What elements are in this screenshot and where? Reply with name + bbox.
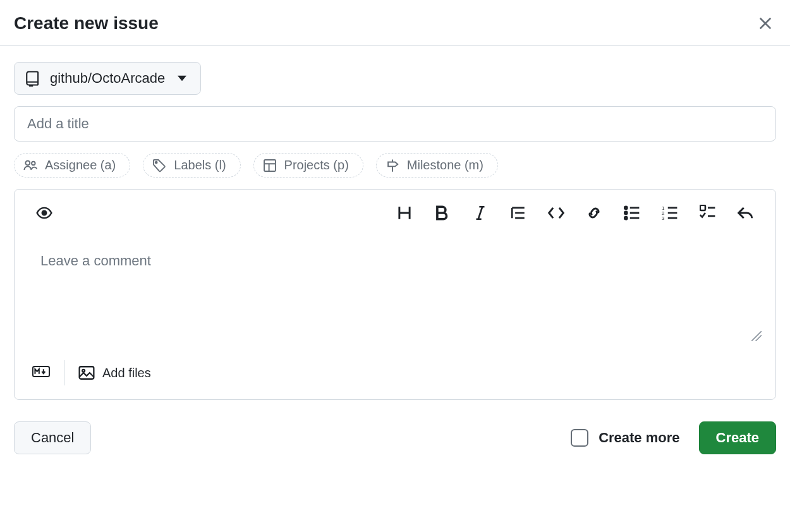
dialog-content: github/OctoArcade Assignee (a) Labels (l… bbox=[0, 46, 790, 468]
people-icon bbox=[23, 159, 37, 172]
task-list-button[interactable] bbox=[696, 201, 720, 225]
bold-icon bbox=[434, 205, 451, 221]
quote-button[interactable] bbox=[506, 201, 530, 225]
dialog-footer: Cancel Create more Create bbox=[14, 421, 776, 454]
bold-button[interactable] bbox=[430, 201, 454, 225]
editor-footer: Add files bbox=[15, 348, 775, 399]
resize-handle[interactable] bbox=[751, 331, 762, 344]
create-button[interactable]: Create bbox=[699, 421, 776, 454]
quote-icon bbox=[510, 205, 526, 221]
add-files-button[interactable]: Add files bbox=[78, 365, 151, 381]
svg-point-2 bbox=[155, 161, 157, 163]
italic-button[interactable] bbox=[468, 201, 492, 225]
projects-label: Projects (p) bbox=[284, 158, 349, 172]
markdown-icon bbox=[32, 365, 50, 378]
tag-icon bbox=[152, 159, 166, 172]
comment-editor: 123 Add files bbox=[14, 189, 776, 400]
svg-point-7 bbox=[624, 217, 627, 219]
reply-icon bbox=[738, 205, 754, 221]
link-button[interactable] bbox=[582, 201, 606, 225]
image-icon bbox=[78, 365, 95, 381]
dialog-header: Create new issue bbox=[0, 0, 790, 46]
milestone-pill[interactable]: Milestone (m) bbox=[376, 153, 498, 178]
cancel-button[interactable]: Cancel bbox=[14, 421, 91, 454]
editor-toolbar: 123 bbox=[15, 190, 775, 225]
svg-point-0 bbox=[25, 160, 30, 165]
svg-rect-11 bbox=[700, 205, 705, 210]
code-button[interactable] bbox=[544, 201, 568, 225]
milestone-label: Milestone (m) bbox=[407, 158, 483, 172]
svg-rect-13 bbox=[80, 366, 94, 379]
comment-textarea[interactable] bbox=[24, 225, 766, 345]
metadata-pills: Assignee (a) Labels (l) Projects (p) Mil… bbox=[14, 153, 776, 178]
heading-button[interactable] bbox=[392, 201, 416, 225]
reply-button[interactable] bbox=[734, 201, 758, 225]
labels-pill[interactable]: Labels (l) bbox=[143, 153, 240, 178]
unordered-list-button[interactable] bbox=[620, 201, 644, 225]
svg-text:3: 3 bbox=[662, 215, 665, 221]
resize-icon bbox=[751, 331, 762, 341]
labels-label: Labels (l) bbox=[174, 158, 226, 172]
repository-selector[interactable]: github/OctoArcade bbox=[14, 62, 201, 95]
code-icon bbox=[548, 205, 564, 221]
close-button[interactable] bbox=[755, 13, 776, 34]
assignee-pill[interactable]: Assignee (a) bbox=[14, 153, 130, 178]
svg-point-14 bbox=[82, 370, 85, 372]
svg-point-1 bbox=[32, 161, 35, 165]
create-more-option[interactable]: Create more bbox=[571, 429, 679, 447]
assignee-label: Assignee (a) bbox=[45, 158, 116, 172]
divider bbox=[64, 360, 64, 385]
close-icon bbox=[758, 16, 772, 30]
project-icon bbox=[263, 159, 277, 172]
svg-point-5 bbox=[624, 207, 627, 209]
heading-icon bbox=[396, 205, 413, 221]
projects-pill[interactable]: Projects (p) bbox=[253, 153, 363, 178]
ordered-list-button[interactable]: 123 bbox=[658, 201, 682, 225]
repository-name: github/OctoArcade bbox=[50, 70, 165, 87]
dialog-title: Create new issue bbox=[14, 13, 159, 33]
svg-rect-3 bbox=[264, 160, 276, 171]
list-numbered-icon: 123 bbox=[662, 205, 678, 221]
preview-button[interactable] bbox=[32, 201, 56, 225]
italic-icon bbox=[472, 205, 489, 221]
tasklist-icon bbox=[700, 205, 716, 221]
list-bulleted-icon bbox=[624, 205, 640, 221]
add-files-label: Add files bbox=[102, 366, 151, 380]
link-icon bbox=[586, 205, 602, 221]
eye-icon bbox=[36, 205, 52, 221]
svg-point-6 bbox=[624, 212, 627, 214]
create-more-label: Create more bbox=[599, 430, 679, 446]
create-more-checkbox[interactable] bbox=[571, 429, 588, 447]
svg-point-4 bbox=[42, 211, 47, 215]
repo-icon bbox=[25, 70, 41, 87]
markdown-badge[interactable] bbox=[32, 365, 50, 380]
milestone-icon bbox=[386, 159, 399, 172]
title-input[interactable] bbox=[14, 106, 776, 142]
chevron-down-icon bbox=[178, 74, 186, 83]
